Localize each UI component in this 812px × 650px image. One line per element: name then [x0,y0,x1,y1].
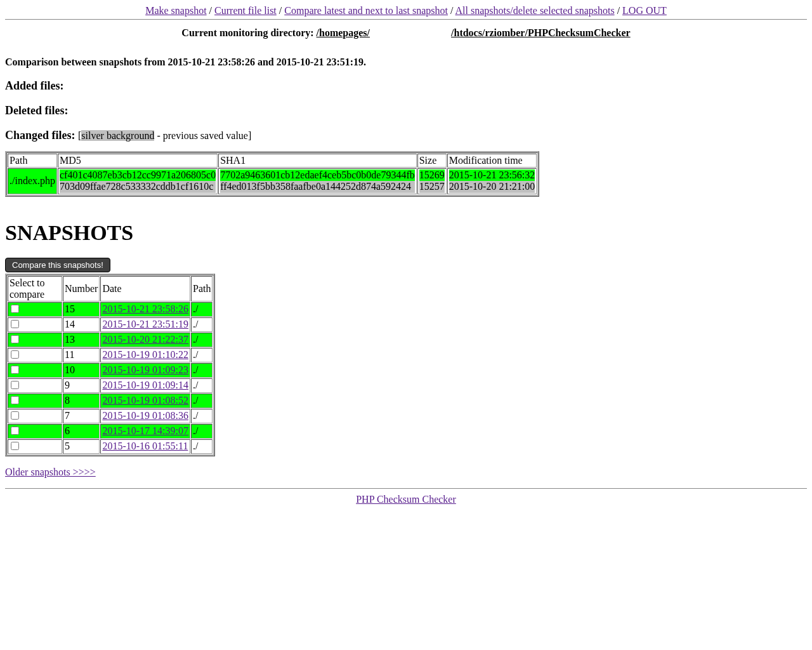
cell-select [8,439,62,454]
md5-new: cf401c4087eb3cb12cc9971a206805c0 [60,169,216,181]
changed-files-heading: Changed files: [silver background - prev… [5,129,807,142]
cell-date: 2015-10-21 23:51:19 [100,317,190,332]
cell-date: 2015-10-19 01:09:23 [100,363,190,378]
cell-date: 2015-10-19 01:08:36 [100,409,190,423]
nav-separator: / [209,5,214,16]
table-row: 92015-10-19 01:09:14./ [8,378,213,393]
top-divider [5,19,807,20]
col-path: Path [8,154,57,168]
cell-path: ./ [191,439,213,454]
cell-path: ./ [191,378,213,393]
monitoring-dir1-link[interactable]: /homepages/ [317,27,370,38]
table-row: 52015-10-16 01:55:11./ [8,439,213,454]
cell-path: ./ [191,363,213,378]
deleted-files-heading: Deleted files: [5,104,807,117]
snapshot-date-link[interactable]: 2015-10-20 21:22:37 [102,334,188,345]
cell-number: 5 [63,439,100,454]
cell-date: 2015-10-19 01:08:52 [100,394,190,408]
snapshot-date-link[interactable]: 2015-10-21 23:51:19 [102,319,188,329]
changed-legend-silver: silver background [81,130,154,141]
col-size: Size [417,154,447,168]
table-row: 112015-10-19 01:10:22./ [8,348,213,362]
cell-number: 13 [63,333,100,347]
nav-compare-latest[interactable]: Compare latest and next to last snapshot [284,5,448,16]
footer: PHP Checksum Checker [5,494,807,505]
snapshot-date-link[interactable]: 2015-10-17 14:39:07 [102,425,188,436]
cell-select [8,424,62,439]
changed-files-label: Changed files: [5,129,75,142]
snapshot-date-link[interactable]: 2015-10-19 01:08:36 [102,410,188,421]
cell-number: 6 [63,424,100,439]
cell-path: ./ [191,394,213,408]
select-checkbox[interactable] [11,442,19,450]
changed-legend: [silver background - previous saved valu… [78,130,251,141]
select-checkbox[interactable] [11,411,19,420]
snapshot-date-link[interactable]: 2015-10-19 01:08:52 [102,395,188,406]
table-row: 62015-10-17 14:39:07./ [8,424,213,439]
table-row: 132015-10-20 21:22:37./ [8,333,213,347]
nav-all-snapshots[interactable]: All snapshots/delete selected snapshots [455,5,615,16]
cell-path: ./ [191,317,213,332]
select-checkbox[interactable] [11,427,19,435]
snapshots-table: Select to compare Number Date Path 15201… [5,274,215,456]
col-number: Number [63,276,100,302]
table-row: ./index.php cf401c4087eb3cb12cc9971a2068… [8,168,537,194]
top-nav: Make snapshot / Current file list / Comp… [5,5,807,17]
older-snapshots-link[interactable]: Older snapshots >>>> [5,467,96,477]
snapshot-date-link[interactable]: 2015-10-19 01:09:23 [102,364,188,375]
nav-logout[interactable]: LOG OUT [622,5,667,16]
md5-old: 703d09ffae728c533332cddb1cf1610c [60,181,216,192]
cell-date: 2015-10-17 14:39:07 [100,424,190,439]
snapshot-date-link[interactable]: 2015-10-19 01:10:22 [102,349,188,360]
cell-path: ./index.php [8,168,57,194]
cell-size: 15269 15257 [417,168,447,194]
mtime-old: 2015-10-20 21:21:00 [449,181,535,192]
snapshot-date-link[interactable]: 2015-10-21 23:58:26 [102,303,188,314]
cell-mtime: 2015-10-21 23:56:32 2015-10-20 21:21:00 [447,168,537,194]
table-row: 102015-10-19 01:09:23./ [8,363,213,378]
nav-make-snapshot[interactable]: Make snapshot [145,5,206,16]
footer-link[interactable]: PHP Checksum Checker [356,494,456,505]
table-row: 82015-10-19 01:08:52./ [8,394,213,408]
cell-number: 15 [63,302,100,317]
select-checkbox[interactable] [11,320,19,328]
nav-current-file-list[interactable]: Current file list [214,5,277,16]
col-select: Select to compare [8,276,62,302]
cell-date: 2015-10-21 23:58:26 [100,302,190,317]
select-checkbox[interactable] [11,350,19,359]
cell-select [8,363,62,378]
changed-files-table: Path MD5 SHA1 Size Modification time ./i… [5,151,539,197]
select-checkbox[interactable] [11,381,19,389]
select-checkbox[interactable] [11,335,19,343]
cell-date: 2015-10-19 01:10:22 [100,348,190,362]
cell-path: ./ [191,409,213,423]
monitoring-line: Current monitoring directory: /homepages… [5,27,807,39]
cell-date: 2015-10-19 01:09:14 [100,378,190,393]
monitoring-label: Current monitoring directory: [181,27,316,38]
cell-number: 10 [63,363,100,378]
snapshot-date-link[interactable]: 2015-10-19 01:09:14 [102,380,188,390]
added-files-heading: Added files: [5,79,807,93]
cell-select [8,409,62,423]
comparison-line: Comparison between snapshots from 2015-1… [5,56,807,68]
col-date: Date [100,276,190,302]
compare-snapshots-button[interactable]: Compare this snapshots! [5,258,110,272]
sha1-old: ff4ed013f5bb358faafbe0a144252d874a592424 [220,181,415,192]
cell-path: ./ [191,302,213,317]
cell-select [8,302,62,317]
mtime-new: 2015-10-21 23:56:32 [449,169,535,181]
select-checkbox[interactable] [11,396,19,404]
table-header-row: Select to compare Number Date Path [8,276,213,302]
sha1-new: 7702a9463601cb12edaef4ceb5bc0b0de79344fb [220,169,415,181]
cell-select [8,333,62,347]
table-row: 142015-10-21 23:51:19./ [8,317,213,332]
snapshot-date-link[interactable]: 2015-10-16 01:55:11 [102,441,188,451]
cell-select [8,348,62,362]
cell-number: 8 [63,394,100,408]
select-checkbox[interactable] [11,305,19,313]
nav-separator: / [617,5,622,16]
select-checkbox[interactable] [11,366,19,374]
cell-number: 11 [63,348,100,362]
col-sha1: SHA1 [218,154,417,168]
monitoring-dir2-link[interactable]: /htdocs/rziomber/PHPChecksumChecker [451,27,631,38]
